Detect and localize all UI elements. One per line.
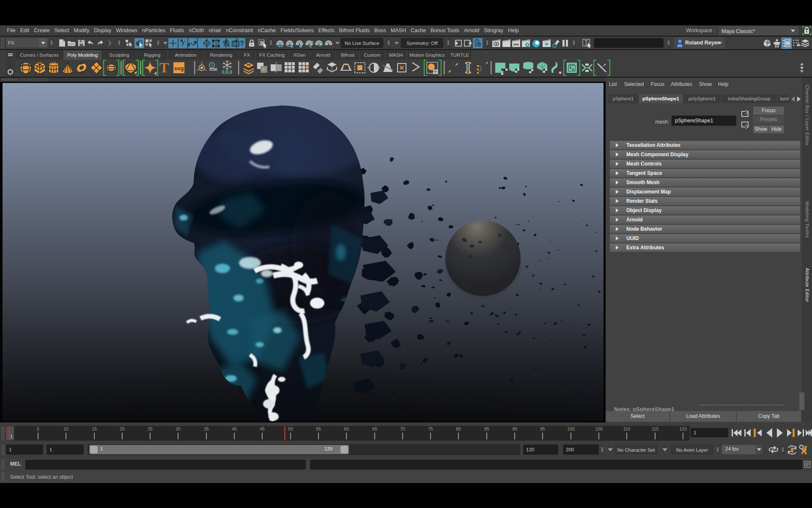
svg-text:T: T: [159, 60, 169, 75]
svg-text:svg: svg: [174, 65, 184, 72]
svg-text:0,0,0: 0,0,0: [222, 69, 232, 75]
svg-text:IPR: IPR: [513, 43, 519, 47]
svg-text:?: ?: [240, 39, 244, 47]
